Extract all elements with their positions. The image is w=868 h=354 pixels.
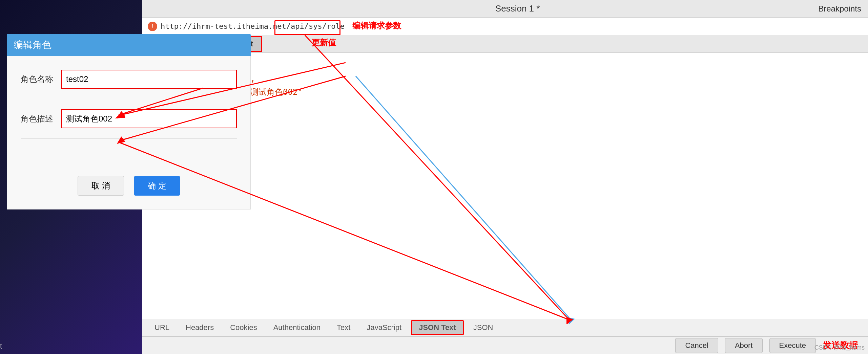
role-name-row: 角色名称 xyxy=(21,70,237,89)
execute-button[interactable]: Execute xyxy=(769,338,816,353)
dialog-footer: 取 消 确 定 xyxy=(21,169,237,199)
breakpoints-title: Breakpoints xyxy=(818,4,861,14)
annot-edit-request: 编辑请求参数 xyxy=(352,20,401,31)
session-title: Session 1 * xyxy=(495,3,540,14)
json-line-2: "description": "测试角色002" xyxy=(152,86,858,98)
tab-json-text[interactable]: JSON Text xyxy=(411,320,464,335)
edit-dialog: 编辑角色 页面新增数据 角色名称 角色描述 取 消 确 定 xyxy=(7,34,251,209)
role-desc-label: 角色描述 xyxy=(21,113,61,124)
tab-cookies[interactable]: Cookies xyxy=(223,321,264,334)
watermark: CSDN @ha_hdms xyxy=(814,344,865,351)
dialog-body: 页面新增数据 角色名称 角色描述 取 消 确 定 xyxy=(7,56,251,209)
bottom-tabs-bar: URL Headers Cookies Authentication Text … xyxy=(142,319,868,336)
tab-url[interactable]: URL xyxy=(148,321,176,334)
json-line-1: "name": "test04", xyxy=(152,72,858,85)
cancel-dialog-button[interactable]: 取 消 xyxy=(78,176,124,196)
confirm-dialog-button[interactable]: 确 定 xyxy=(134,176,180,196)
annot-update-value: 更新值 xyxy=(312,37,336,48)
title-bar: Session 1 * Breakpoints xyxy=(142,0,868,18)
url-bar: ! http://ihrm-test.itheima.net/api/sys/r… xyxy=(142,18,868,35)
tab-json[interactable]: JSON xyxy=(467,321,500,334)
tabs-area: Overview Edit Request xyxy=(142,35,868,53)
json-brace-open: { xyxy=(152,60,858,72)
main-area: Session 1 * Breakpoints ! http://ihrm-te… xyxy=(142,0,868,354)
dialog-title: 编辑角色 xyxy=(7,34,251,56)
url-icon: ! xyxy=(148,22,157,31)
role-name-label: 角色名称 xyxy=(21,74,61,85)
tab-javascript[interactable]: JavaScript xyxy=(360,321,408,334)
tab-authentication[interactable]: Authentication xyxy=(267,321,327,334)
abort-button[interactable]: Abort xyxy=(725,338,763,353)
tab-headers[interactable]: Headers xyxy=(179,321,221,334)
url-text: http://ihrm-test.itheima.net/api/sys/rol… xyxy=(161,22,345,30)
role-desc-input[interactable] xyxy=(61,109,237,128)
json-brace-close: } xyxy=(152,98,858,111)
action-bar: Cancel Abort Execute 发送数据 xyxy=(142,336,868,354)
t-label: t xyxy=(0,342,2,351)
json-content-area: { "name": "test04", "description": "测试角色… xyxy=(142,53,868,319)
cancel-button[interactable]: Cancel xyxy=(675,338,718,353)
role-name-input[interactable] xyxy=(61,70,237,89)
json-value-desc: "测试角色002" xyxy=(246,87,303,97)
role-desc-row: 角色描述 xyxy=(21,109,237,128)
tab-text[interactable]: Text xyxy=(330,321,357,334)
